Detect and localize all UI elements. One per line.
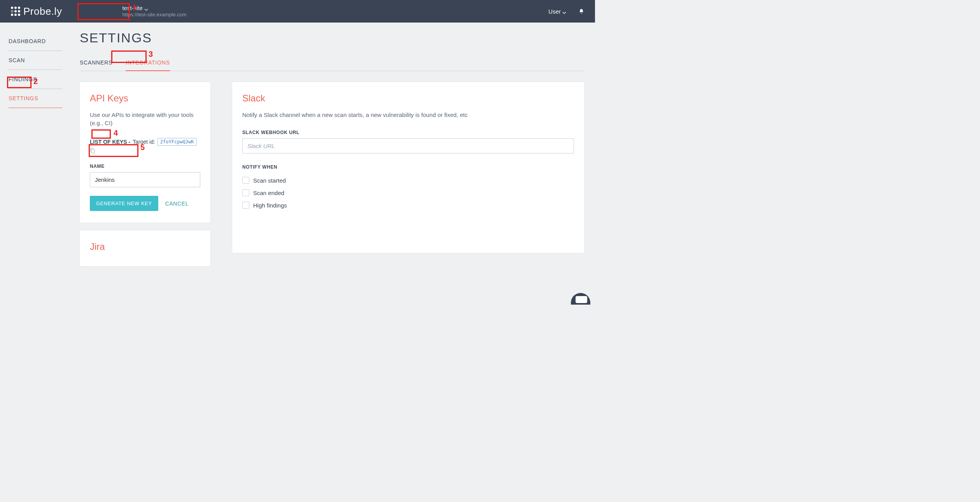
chat-fab[interactable]	[571, 293, 590, 305]
chevron-down-icon	[144, 6, 148, 10]
site-name: test-site	[122, 5, 143, 12]
copy-icon[interactable]	[90, 148, 95, 153]
user-menu[interactable]: User	[548, 8, 566, 15]
notify-option[interactable]: High findings	[242, 202, 574, 209]
card-api-keys: API Keys Use our APIs to integrate with …	[80, 82, 210, 223]
checkbox-icon	[242, 189, 249, 196]
card-title: Jira	[90, 241, 200, 252]
topbar: Probe.ly test-site https://test-site.exa…	[0, 0, 595, 23]
brand-name: Probe.ly	[23, 5, 62, 17]
chevron-down-icon	[562, 9, 566, 13]
tab-integrations[interactable]: INTEGRATIONS	[126, 56, 170, 71]
sidebar-item-scan[interactable]: SCAN	[9, 51, 62, 70]
slack-url-input[interactable]	[242, 138, 574, 153]
card-title: API Keys	[90, 93, 200, 104]
site-url: https://test-site.example.com	[122, 12, 186, 18]
bell-icon[interactable]	[579, 9, 584, 14]
checkbox-icon	[242, 177, 249, 184]
keys-line: LIST OF KEYS - Target id: 2foYFcpwQJwK	[90, 138, 200, 153]
notify-when-label: NOTIFY WHEN	[242, 164, 574, 170]
name-label: NAME	[90, 164, 200, 169]
webhook-url-label: SLACK WEBHOOK URL	[242, 130, 574, 135]
tabs: SCANNERS INTEGRATIONS	[80, 56, 584, 71]
key-name-input[interactable]	[90, 172, 200, 187]
site-picker[interactable]: test-site https://test-site.example.com	[122, 5, 186, 18]
card-desc: Notify a Slack channel when a new scan s…	[242, 111, 574, 119]
sidebar-item-findings[interactable]: FINDINGS	[9, 70, 62, 89]
logo-dots-icon	[11, 7, 20, 16]
target-id-label: Target id:	[133, 139, 155, 145]
target-id-value: 2foYFcpwQJwK	[158, 138, 197, 146]
card-slack: Slack Notify a Slack channel when a new …	[232, 82, 584, 253]
generate-key-button[interactable]: GENERATE NEW KEY	[90, 196, 158, 211]
sidebar: DASHBOARD SCAN FINDINGS SETTINGS	[0, 23, 62, 108]
notify-option[interactable]: Scan started	[242, 177, 574, 184]
card-title: Slack	[242, 93, 574, 104]
chat-icon	[576, 296, 587, 303]
card-jira: Jira	[80, 230, 210, 266]
tab-scanners[interactable]: SCANNERS	[80, 56, 112, 71]
brand-logo[interactable]: Probe.ly	[11, 5, 62, 17]
list-of-keys-label: LIST OF KEYS -	[90, 139, 130, 145]
sidebar-item-settings[interactable]: SETTINGS	[9, 89, 62, 108]
card-desc: Use our APIs to integrate with your tool…	[90, 111, 200, 127]
checkbox-icon	[242, 202, 249, 209]
cancel-button[interactable]: CANCEL	[165, 200, 189, 207]
page-title: SETTINGS	[80, 30, 584, 45]
notify-option[interactable]: Scan ended	[242, 189, 574, 196]
sidebar-item-dashboard[interactable]: DASHBOARD	[9, 32, 62, 51]
user-label: User	[548, 8, 561, 15]
main: SETTINGS SCANNERS INTEGRATIONS API Keys …	[80, 23, 584, 274]
